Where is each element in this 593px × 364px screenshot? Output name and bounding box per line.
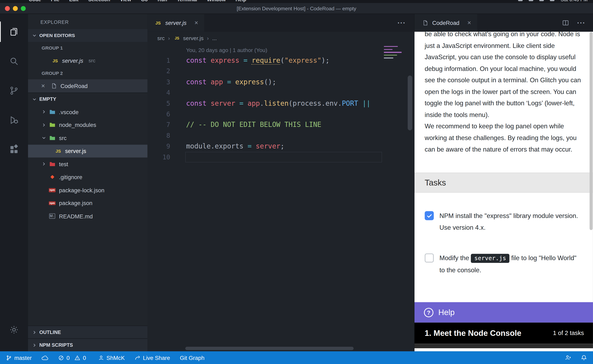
code-line-2[interactable]: 2 <box>147 66 414 77</box>
code-lines: 1const express = require("express");23co… <box>147 55 414 162</box>
git-branch-icon <box>6 355 12 361</box>
tree-item-label: package-lock.json <box>59 187 105 193</box>
tree-item-label: .vscode <box>59 109 79 115</box>
lesson-footer[interactable]: 1. Meet the Node Console 1 of 2 tasks <box>414 323 593 344</box>
open-editor-coderoad[interactable]: ×CodeRoad <box>28 79 147 92</box>
git-graph-button[interactable]: Git Graph <box>180 355 205 361</box>
coderoad-panel: CodeRoad × ··· be able to check what’s g… <box>414 14 593 351</box>
close-tab-icon[interactable]: × <box>466 19 473 27</box>
branch-indicator[interactable]: master <box>6 355 32 361</box>
tree-item-package-lock-json[interactable]: npmpackage-lock.json <box>28 184 147 197</box>
tab-server-js[interactable]: JS server.js × <box>147 14 204 32</box>
tree-item--gitignore[interactable]: .gitignore <box>28 170 147 183</box>
branch-name: master <box>14 355 32 361</box>
menu-item-go[interactable]: Go <box>141 0 148 2</box>
open-editor-server-js[interactable]: JSserver.jssrc <box>28 54 147 67</box>
more-actions-icon[interactable]: ··· <box>577 19 585 27</box>
menu-item-help[interactable]: Help <box>236 0 246 2</box>
tree-item-readme-md[interactable]: M↓README.md <box>28 209 147 222</box>
code-line-6[interactable]: 6 <box>147 109 414 119</box>
tree-item--vscode[interactable]: .vscode <box>28 105 147 118</box>
menu-item-view[interactable]: View <box>120 0 131 2</box>
folder-src-icon <box>48 135 56 141</box>
menu-item-edit[interactable]: Edit <box>69 0 79 2</box>
code-line-9[interactable]: 9module.exports = server; <box>147 141 414 152</box>
editor-group-label: GROUP 1 <box>28 42 147 54</box>
editor-horizontal-scrollbar[interactable] <box>185 347 353 350</box>
tab-coderoad[interactable]: CodeRoad × <box>414 14 477 32</box>
checkbox-unchecked[interactable] <box>425 253 434 262</box>
tree-item-package-json[interactable]: npmpackage.json <box>28 197 147 209</box>
section-header-npm-scripts[interactable]: NPM SCRIPTS <box>28 338 147 351</box>
vscode-window: CodeFileEditSelectionViewGoRunTerminalWi… <box>0 0 593 364</box>
checkbox-checked[interactable] <box>425 211 434 220</box>
menu-item-selection[interactable]: Selection <box>88 0 110 2</box>
code-line-3[interactable]: 3const app = express(); <box>147 77 414 87</box>
split-editor-icon[interactable] <box>562 20 569 26</box>
workspace-header[interactable]: EMPTY <box>28 92 147 105</box>
tree-item-node-modules[interactable]: node_modules <box>28 118 147 131</box>
menu-item-file[interactable]: File <box>51 0 59 2</box>
activity-explorer-icon[interactable] <box>0 17 28 46</box>
activity-search-icon[interactable] <box>0 46 28 76</box>
error-icon <box>58 355 64 361</box>
more-actions-icon[interactable]: ··· <box>397 19 414 27</box>
help-accordion[interactable]: ? Help <box>414 302 593 322</box>
tree-item-label: .gitignore <box>59 174 82 180</box>
minimap[interactable] <box>384 46 403 60</box>
menu-item-terminal[interactable]: Terminal <box>177 0 197 2</box>
open-editor-label: server.js <box>62 57 83 64</box>
activity-run-debug-icon[interactable] <box>0 105 28 135</box>
code-line-10[interactable]: 10 <box>147 152 414 162</box>
code-line-4[interactable]: 4 <box>147 87 414 98</box>
editor-vertical-scrollbar[interactable] <box>408 76 412 130</box>
close-tab-icon[interactable]: × <box>193 19 200 27</box>
breadcrumb-item[interactable]: ... <box>212 35 217 41</box>
activity-source-control-icon[interactable] <box>0 76 28 105</box>
activity-settings-icon[interactable] <box>0 315 28 344</box>
activity-extensions-icon[interactable] <box>0 135 28 164</box>
close-window-button[interactable] <box>5 6 10 11</box>
code-line-8[interactable]: 8 <box>147 130 414 141</box>
tree-item-test[interactable]: test <box>28 157 147 170</box>
notifications-bell-icon[interactable] <box>581 355 587 361</box>
section-header-outline[interactable]: OUTLINE <box>28 325 147 338</box>
code-editor[interactable]: You, 20 days ago | 1 author (You) 1const… <box>147 45 414 351</box>
tree-item-label: server.js <box>65 148 86 154</box>
live-share-button[interactable]: Live Share <box>135 355 170 361</box>
folder-test-icon <box>48 161 56 167</box>
section-label: NPM SCRIPTS <box>39 342 73 348</box>
editor-group: JS server.js × ··· src›JSserver.js›... Y… <box>147 14 414 351</box>
close-editor-icon[interactable]: × <box>39 82 47 90</box>
open-editors-header[interactable]: OPEN EDITORS <box>28 29 147 42</box>
md-icon: M↓ <box>48 213 56 220</box>
minimize-window-button[interactable] <box>13 6 18 11</box>
menu-item-window[interactable]: Window <box>207 0 226 2</box>
problems-indicator[interactable]: 0 0 <box>58 355 88 361</box>
gitlens-blame-annotation: You, 20 days ago | 1 author (You) <box>147 45 414 55</box>
menu-item-code[interactable]: Code <box>29 0 41 2</box>
live-share-label: Live Share <box>143 355 170 361</box>
breadcrumb-item[interactable]: JSserver.js <box>173 35 204 42</box>
lesson-paragraph: be able to check what’s going on in your… <box>425 32 582 121</box>
breadcrumb-item[interactable]: src <box>157 35 165 41</box>
tree-item-server-js[interactable]: JSserver.js <box>28 145 147 157</box>
menubar-status-icon <box>550 0 554 1</box>
code-line-1[interactable]: 1const express = require("express"); <box>147 55 414 66</box>
coderoad-webview: be able to check what’s going on in your… <box>414 32 593 351</box>
macos-menubar: CodeFileEditSelectionViewGoRunTerminalWi… <box>0 0 593 3</box>
webview-scrollbar[interactable] <box>589 32 593 230</box>
tree-item-src[interactable]: src <box>28 131 147 144</box>
code-line-7[interactable]: 7// -- DO NOT EDIT BELOW THIS LINE <box>147 119 414 130</box>
menu-item-run[interactable]: Run <box>158 0 167 2</box>
sync-button[interactable] <box>42 355 48 360</box>
breadcrumb: src›JSserver.js›... <box>147 32 414 45</box>
zoom-window-button[interactable] <box>21 6 26 11</box>
help-label: Help <box>438 308 455 317</box>
account-indicator[interactable]: ShMcK <box>98 355 125 361</box>
chevron-right-icon <box>31 342 38 348</box>
live-share-contacts-icon[interactable] <box>565 355 571 361</box>
code-line-5[interactable]: 5const server = app.listen(process.env.P… <box>147 98 414 109</box>
file-tree: .vscodenode_modulessrcJSserver.jstest.gi… <box>28 105 147 222</box>
live-share-icon <box>135 355 140 361</box>
